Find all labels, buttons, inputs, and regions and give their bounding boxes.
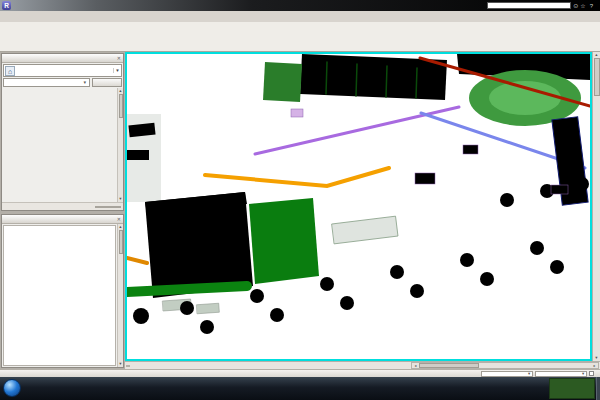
press-drag-checkbox[interactable] — [589, 371, 594, 376]
main-area: ✕ ⌂ ▼ ▼ ▲ — [0, 52, 600, 369]
help-icon[interactable]: ? — [590, 3, 593, 9]
design-option-selector[interactable]: ▼ — [535, 371, 587, 377]
properties-footer — [2, 202, 123, 210]
show-desktop-button[interactable] — [596, 377, 600, 400]
properties-scrollbar[interactable]: ▲ ▼ — [117, 88, 123, 202]
taskbar-row-top — [25, 378, 547, 389]
viewport-horizontal-scrollbar[interactable]: ◂ ▸ — [411, 362, 599, 369]
chevron-down-icon: ▼ — [527, 372, 531, 376]
left-dock: ✕ ⌂ ▼ ▼ ▲ — [0, 52, 125, 369]
revit-window: R ⊙ ☆ ? ✕ ⌂ ▼ — [0, 0, 600, 400]
search-input[interactable] — [487, 2, 571, 9]
view-window[interactable] — [125, 52, 592, 361]
project-browser-tree — [3, 225, 116, 366]
infocenter: ⊙ ☆ ? — [487, 2, 593, 9]
scrollbar-thumb[interactable] — [119, 94, 123, 118]
search-icon[interactable]: ⊙ — [573, 2, 578, 9]
viewport-vertical-scrollbar[interactable]: ▲ ▼ — [592, 52, 600, 361]
view-type-icon: ⌂ — [5, 66, 15, 76]
view-scale-button[interactable] — [126, 365, 130, 367]
project-browser-header: ✕ — [2, 215, 123, 224]
workset-selector[interactable]: ▼ — [481, 371, 533, 377]
windows-taskbar — [0, 377, 600, 400]
model-3d-view[interactable] — [127, 54, 590, 359]
type-selector[interactable]: ⌂ ▼ — [3, 64, 122, 77]
drawing-area: ▲ ▼ ◂ ▸ — [125, 52, 600, 369]
project-browser-close-icon[interactable]: ✕ — [117, 216, 121, 222]
title-bar: R ⊙ ☆ ? — [0, 0, 600, 11]
instance-selector-row: ▼ — [3, 78, 122, 87]
apply-button[interactable] — [95, 206, 121, 208]
scrollbar-thumb[interactable] — [594, 58, 600, 96]
chevron-down-icon: ▼ — [581, 372, 585, 376]
ribbon-tab-bar — [0, 11, 600, 22]
scrollbar-thumb[interactable] — [419, 363, 479, 368]
scroll-down-icon[interactable]: ▼ — [118, 361, 123, 367]
properties-header: ✕ — [2, 54, 123, 63]
properties-grid — [2, 88, 117, 202]
start-button[interactable] — [3, 379, 21, 397]
view-control-bar: ◂ ▸ — [125, 361, 600, 369]
properties-close-icon[interactable]: ✕ — [117, 55, 121, 61]
chevron-down-icon: ▼ — [83, 80, 87, 85]
scroll-right-icon[interactable]: ▸ — [591, 363, 598, 368]
chevron-down-icon: ▼ — [113, 68, 121, 73]
project-browser-scrollbar[interactable]: ▲ ▼ — [117, 224, 123, 367]
edit-type-button[interactable] — [92, 78, 122, 87]
ribbon — [0, 22, 600, 52]
instance-selector[interactable]: ▼ — [3, 78, 90, 87]
properties-palette: ✕ ⌂ ▼ ▼ ▲ — [1, 53, 124, 211]
scrollbar-thumb[interactable] — [119, 230, 123, 254]
revit-app-menu-icon[interactable]: R — [2, 1, 11, 10]
scroll-left-icon[interactable]: ◂ — [412, 363, 419, 368]
status-bar: ▼ ▼ — [0, 369, 600, 377]
taskbar-row-bottom — [25, 389, 547, 400]
system-tray — [547, 377, 596, 400]
taskbar-clock[interactable] — [549, 378, 595, 399]
favorites-star-icon[interactable]: ☆ — [580, 2, 585, 9]
project-browser: ✕ ▲ ▼ — [1, 214, 124, 368]
